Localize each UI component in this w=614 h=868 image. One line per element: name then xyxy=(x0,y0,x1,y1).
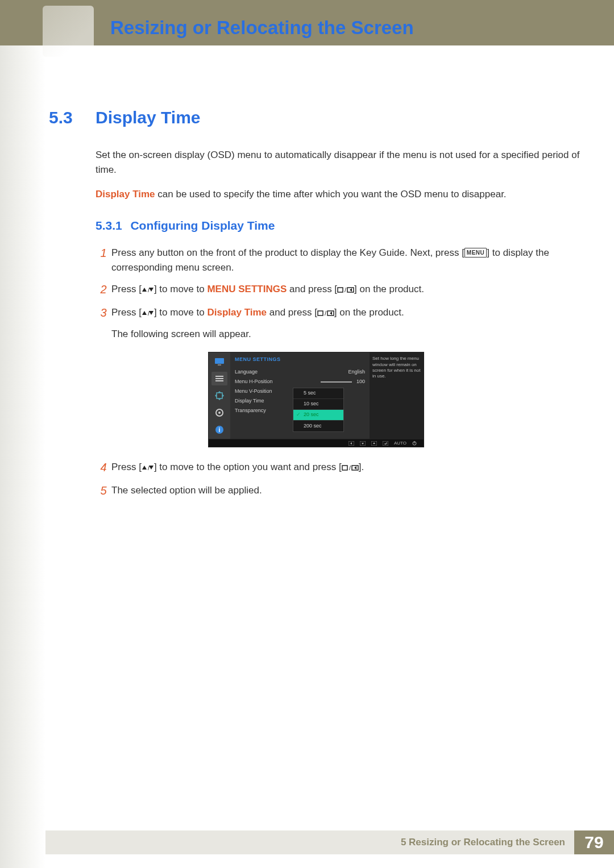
body-text: Set the on-screen display (OSD) menu to … xyxy=(96,148,580,505)
svg-marker-29 xyxy=(350,442,352,445)
enter-source-icon: / xyxy=(337,283,354,298)
step-2-highlight: MENU SETTINGS xyxy=(207,284,287,294)
osd-tab-size-icon xyxy=(211,389,227,402)
section-number: 5.3 xyxy=(49,108,73,127)
intro-paragraph-2b: can be used to specify the time after wh… xyxy=(155,189,507,200)
enter-source-icon: / xyxy=(317,306,334,321)
svg-marker-33 xyxy=(373,442,375,444)
osd-option: 10 sec xyxy=(293,399,343,410)
page-body: 5.3 Display Time Set the on-screen displ… xyxy=(45,45,614,840)
osd-value: 100 xyxy=(356,378,365,386)
svg-rect-16 xyxy=(215,376,223,377)
step-4-text-b: ] to move to the option you want and pre… xyxy=(154,462,342,472)
header-chapter-number-bg xyxy=(43,6,94,57)
osd-label: Menu V-Position xyxy=(235,388,272,396)
step-2-text-d: ] on the product. xyxy=(354,284,424,294)
intro-paragraph-1: Set the on-screen display (OSD) menu to … xyxy=(96,148,580,178)
step-2: 2 Press [/] to move to MENU SETTINGS and… xyxy=(96,282,580,298)
osd-tab-menu-icon xyxy=(211,372,227,385)
svg-text:/: / xyxy=(148,464,150,471)
osd-panel: i MENU SETTINGS Language English Menu H-… xyxy=(208,352,424,439)
osd-row-hposition: Menu H-Position 100 xyxy=(235,377,365,387)
step-3-text-a: Press [ xyxy=(111,307,142,318)
step-text: Press any button on the front of the pro… xyxy=(111,246,580,276)
svg-rect-18 xyxy=(215,380,223,381)
header-title: Resizing or Relocating the Screen xyxy=(110,17,414,39)
svg-point-25 xyxy=(218,412,221,414)
step-3-highlight: Display Time xyxy=(207,307,267,318)
svg-marker-22 xyxy=(215,394,217,397)
step-3: 3 Press [/] to move to Display Time and … xyxy=(96,305,580,454)
step-number: 1 xyxy=(96,246,111,260)
subsection-title: Configuring Display Time xyxy=(130,219,275,232)
footer-chapter-number: 5 xyxy=(401,837,406,848)
step-2-text-c: and press [ xyxy=(287,284,337,294)
osd-label: Transparency xyxy=(235,407,266,415)
svg-marker-31 xyxy=(362,443,364,445)
step-number: 3 xyxy=(96,305,111,320)
step-1-text-a: Press any button on the front of the pro… xyxy=(111,247,464,258)
step-number: 4 xyxy=(96,460,111,475)
osd-row-language: Language English xyxy=(235,367,365,377)
step-text: Press [/] to move to Display Time and pr… xyxy=(111,305,580,454)
osd-slider-bar xyxy=(321,381,352,383)
intro-paragraph-2: Display Time can be used to specify the … xyxy=(96,187,580,202)
step-3-text-b: ] to move to xyxy=(154,307,208,318)
osd-tab-settings-icon xyxy=(211,406,227,420)
osd-dropdown: 5 sec 10 sec 20 sec 200 sec xyxy=(293,388,344,432)
svg-marker-40 xyxy=(149,466,154,470)
osd-option: 5 sec xyxy=(293,388,343,399)
svg-marker-7 xyxy=(142,311,147,315)
step-text: Press [/] to move to MENU SETTINGS and p… xyxy=(111,282,580,298)
up-down-arrow-icon: / xyxy=(142,462,154,472)
svg-text:/: / xyxy=(325,310,327,317)
svg-text:i: i xyxy=(219,427,221,433)
svg-rect-3 xyxy=(338,288,343,292)
svg-marker-21 xyxy=(218,398,221,400)
left-gradient-strip xyxy=(0,0,45,868)
osd-bottom-bar: AUTO xyxy=(208,439,424,447)
footer-chapter-title: Resizing or Relocating the Screen xyxy=(409,837,565,848)
osd-tab-picture-icon xyxy=(211,355,227,368)
footer-page-number: 79 xyxy=(574,830,614,854)
osd-left-tabs: i xyxy=(209,352,230,439)
step-3-text-c: and press [ xyxy=(267,307,317,318)
step-1: 1 Press any button on the front of the p… xyxy=(96,246,580,276)
step-3-text-e: The following screen will appear. xyxy=(111,327,580,342)
svg-marker-2 xyxy=(149,288,154,292)
osd-screenshot: i MENU SETTINGS Language English Menu H-… xyxy=(208,352,424,447)
svg-rect-19 xyxy=(217,393,222,398)
osd-label: Language xyxy=(235,368,258,376)
svg-marker-38 xyxy=(142,466,147,470)
osd-option: 200 sec xyxy=(293,421,343,431)
step-text: Press [/] to move to the option you want… xyxy=(111,460,580,476)
nav-down-icon xyxy=(360,441,366,446)
enter-source-icon: / xyxy=(342,461,359,476)
footer: 5 Resizing or Relocating the Screen 79 xyxy=(45,830,614,854)
svg-rect-17 xyxy=(215,378,223,379)
intro-highlight: Display Time xyxy=(96,189,155,200)
svg-rect-14 xyxy=(215,358,224,364)
svg-rect-41 xyxy=(342,466,347,470)
nav-enter-icon xyxy=(383,441,388,446)
nav-up-icon xyxy=(371,441,377,446)
svg-marker-23 xyxy=(222,394,224,397)
subsection-number: 5.3.1 xyxy=(96,217,122,235)
footer-bar: 5 Resizing or Relocating the Screen xyxy=(45,830,574,854)
svg-rect-10 xyxy=(318,311,323,315)
step-4-text-c: ]. xyxy=(359,462,364,472)
nav-power-icon xyxy=(412,441,417,446)
step-4: 4 Press [/] to move to the option you wa… xyxy=(96,460,580,476)
up-down-arrow-icon: / xyxy=(142,307,154,318)
osd-title: MENU SETTINGS xyxy=(235,356,365,364)
svg-marker-20 xyxy=(218,391,221,393)
svg-marker-13 xyxy=(330,312,332,315)
step-5: 5 The selected option will be applied. xyxy=(96,483,580,498)
svg-text:/: / xyxy=(345,286,347,293)
osd-tab-info-icon: i xyxy=(211,423,227,437)
svg-marker-9 xyxy=(149,311,154,315)
step-2-text-b: ] to move to xyxy=(154,284,208,294)
step-text: The selected option will be applied. xyxy=(111,483,580,498)
step-4-text-a: Press [ xyxy=(111,462,142,472)
svg-text:/: / xyxy=(349,464,351,471)
